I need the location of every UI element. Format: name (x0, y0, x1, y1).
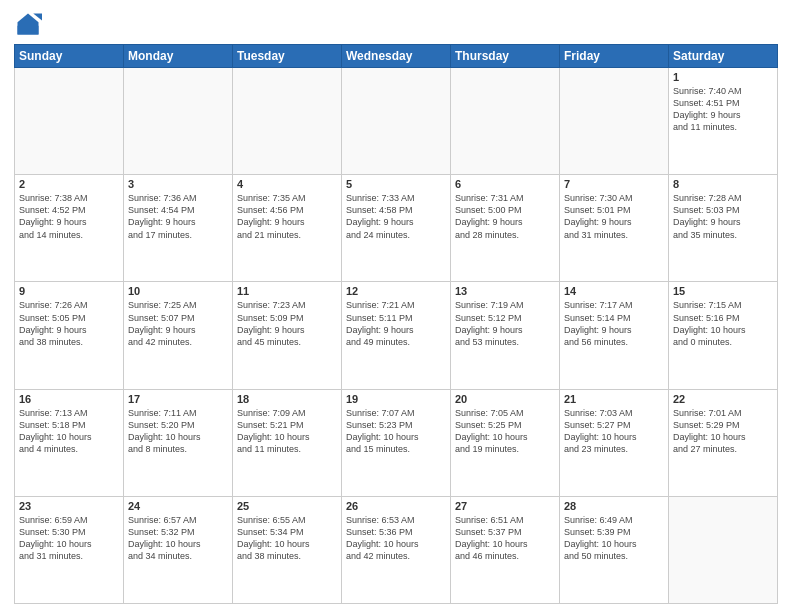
day-info: Sunrise: 7:03 AM Sunset: 5:27 PM Dayligh… (564, 407, 664, 456)
logo (14, 10, 46, 38)
day-number: 7 (564, 178, 664, 190)
day-cell: 14Sunrise: 7:17 AM Sunset: 5:14 PM Dayli… (560, 282, 669, 389)
week-row-1: 2Sunrise: 7:38 AM Sunset: 4:52 PM Daylig… (15, 175, 778, 282)
day-number: 19 (346, 393, 446, 405)
day-cell: 2Sunrise: 7:38 AM Sunset: 4:52 PM Daylig… (15, 175, 124, 282)
day-number: 24 (128, 500, 228, 512)
day-cell: 8Sunrise: 7:28 AM Sunset: 5:03 PM Daylig… (669, 175, 778, 282)
day-header-friday: Friday (560, 45, 669, 68)
header-row: SundayMondayTuesdayWednesdayThursdayFrid… (15, 45, 778, 68)
day-cell: 18Sunrise: 7:09 AM Sunset: 5:21 PM Dayli… (233, 389, 342, 496)
day-number: 27 (455, 500, 555, 512)
day-cell (233, 68, 342, 175)
day-number: 15 (673, 285, 773, 297)
day-info: Sunrise: 7:21 AM Sunset: 5:11 PM Dayligh… (346, 299, 446, 348)
day-cell: 6Sunrise: 7:31 AM Sunset: 5:00 PM Daylig… (451, 175, 560, 282)
day-cell: 23Sunrise: 6:59 AM Sunset: 5:30 PM Dayli… (15, 496, 124, 603)
day-number: 17 (128, 393, 228, 405)
day-info: Sunrise: 7:07 AM Sunset: 5:23 PM Dayligh… (346, 407, 446, 456)
header (14, 10, 778, 38)
day-info: Sunrise: 7:28 AM Sunset: 5:03 PM Dayligh… (673, 192, 773, 241)
day-header-saturday: Saturday (669, 45, 778, 68)
day-cell: 16Sunrise: 7:13 AM Sunset: 5:18 PM Dayli… (15, 389, 124, 496)
day-number: 8 (673, 178, 773, 190)
day-info: Sunrise: 6:53 AM Sunset: 5:36 PM Dayligh… (346, 514, 446, 563)
day-header-tuesday: Tuesday (233, 45, 342, 68)
day-cell: 3Sunrise: 7:36 AM Sunset: 4:54 PM Daylig… (124, 175, 233, 282)
day-info: Sunrise: 7:40 AM Sunset: 4:51 PM Dayligh… (673, 85, 773, 134)
day-info: Sunrise: 6:49 AM Sunset: 5:39 PM Dayligh… (564, 514, 664, 563)
week-row-3: 16Sunrise: 7:13 AM Sunset: 5:18 PM Dayli… (15, 389, 778, 496)
day-cell: 17Sunrise: 7:11 AM Sunset: 5:20 PM Dayli… (124, 389, 233, 496)
day-number: 18 (237, 393, 337, 405)
day-number: 23 (19, 500, 119, 512)
day-cell: 1Sunrise: 7:40 AM Sunset: 4:51 PM Daylig… (669, 68, 778, 175)
day-number: 21 (564, 393, 664, 405)
week-row-0: 1Sunrise: 7:40 AM Sunset: 4:51 PM Daylig… (15, 68, 778, 175)
day-number: 16 (19, 393, 119, 405)
day-info: Sunrise: 7:13 AM Sunset: 5:18 PM Dayligh… (19, 407, 119, 456)
day-cell: 11Sunrise: 7:23 AM Sunset: 5:09 PM Dayli… (233, 282, 342, 389)
svg-rect-2 (18, 26, 39, 35)
day-info: Sunrise: 7:36 AM Sunset: 4:54 PM Dayligh… (128, 192, 228, 241)
day-header-monday: Monday (124, 45, 233, 68)
day-number: 9 (19, 285, 119, 297)
day-cell: 12Sunrise: 7:21 AM Sunset: 5:11 PM Dayli… (342, 282, 451, 389)
day-number: 26 (346, 500, 446, 512)
day-cell: 7Sunrise: 7:30 AM Sunset: 5:01 PM Daylig… (560, 175, 669, 282)
day-number: 10 (128, 285, 228, 297)
day-header-sunday: Sunday (15, 45, 124, 68)
day-info: Sunrise: 7:23 AM Sunset: 5:09 PM Dayligh… (237, 299, 337, 348)
day-cell (342, 68, 451, 175)
day-cell: 4Sunrise: 7:35 AM Sunset: 4:56 PM Daylig… (233, 175, 342, 282)
day-info: Sunrise: 7:26 AM Sunset: 5:05 PM Dayligh… (19, 299, 119, 348)
day-number: 13 (455, 285, 555, 297)
day-number: 5 (346, 178, 446, 190)
day-info: Sunrise: 7:33 AM Sunset: 4:58 PM Dayligh… (346, 192, 446, 241)
day-cell (451, 68, 560, 175)
logo-icon (14, 10, 42, 38)
day-cell: 13Sunrise: 7:19 AM Sunset: 5:12 PM Dayli… (451, 282, 560, 389)
day-cell (15, 68, 124, 175)
day-number: 6 (455, 178, 555, 190)
day-info: Sunrise: 6:55 AM Sunset: 5:34 PM Dayligh… (237, 514, 337, 563)
day-number: 3 (128, 178, 228, 190)
day-info: Sunrise: 6:51 AM Sunset: 5:37 PM Dayligh… (455, 514, 555, 563)
day-info: Sunrise: 7:38 AM Sunset: 4:52 PM Dayligh… (19, 192, 119, 241)
calendar-table: SundayMondayTuesdayWednesdayThursdayFrid… (14, 44, 778, 604)
day-cell (669, 496, 778, 603)
day-number: 11 (237, 285, 337, 297)
day-number: 20 (455, 393, 555, 405)
day-number: 1 (673, 71, 773, 83)
week-row-4: 23Sunrise: 6:59 AM Sunset: 5:30 PM Dayli… (15, 496, 778, 603)
day-number: 14 (564, 285, 664, 297)
day-info: Sunrise: 7:09 AM Sunset: 5:21 PM Dayligh… (237, 407, 337, 456)
day-cell: 15Sunrise: 7:15 AM Sunset: 5:16 PM Dayli… (669, 282, 778, 389)
day-header-wednesday: Wednesday (342, 45, 451, 68)
day-cell: 5Sunrise: 7:33 AM Sunset: 4:58 PM Daylig… (342, 175, 451, 282)
day-info: Sunrise: 7:31 AM Sunset: 5:00 PM Dayligh… (455, 192, 555, 241)
day-cell: 22Sunrise: 7:01 AM Sunset: 5:29 PM Dayli… (669, 389, 778, 496)
day-info: Sunrise: 7:19 AM Sunset: 5:12 PM Dayligh… (455, 299, 555, 348)
page: SundayMondayTuesdayWednesdayThursdayFrid… (0, 0, 792, 612)
day-info: Sunrise: 7:30 AM Sunset: 5:01 PM Dayligh… (564, 192, 664, 241)
day-info: Sunrise: 7:01 AM Sunset: 5:29 PM Dayligh… (673, 407, 773, 456)
day-info: Sunrise: 7:17 AM Sunset: 5:14 PM Dayligh… (564, 299, 664, 348)
day-number: 22 (673, 393, 773, 405)
day-cell: 20Sunrise: 7:05 AM Sunset: 5:25 PM Dayli… (451, 389, 560, 496)
day-info: Sunrise: 7:25 AM Sunset: 5:07 PM Dayligh… (128, 299, 228, 348)
day-number: 25 (237, 500, 337, 512)
day-info: Sunrise: 7:35 AM Sunset: 4:56 PM Dayligh… (237, 192, 337, 241)
day-cell: 19Sunrise: 7:07 AM Sunset: 5:23 PM Dayli… (342, 389, 451, 496)
day-number: 4 (237, 178, 337, 190)
day-header-thursday: Thursday (451, 45, 560, 68)
day-cell: 27Sunrise: 6:51 AM Sunset: 5:37 PM Dayli… (451, 496, 560, 603)
day-info: Sunrise: 6:57 AM Sunset: 5:32 PM Dayligh… (128, 514, 228, 563)
day-number: 2 (19, 178, 119, 190)
day-cell: 25Sunrise: 6:55 AM Sunset: 5:34 PM Dayli… (233, 496, 342, 603)
day-number: 12 (346, 285, 446, 297)
day-cell: 24Sunrise: 6:57 AM Sunset: 5:32 PM Dayli… (124, 496, 233, 603)
day-info: Sunrise: 6:59 AM Sunset: 5:30 PM Dayligh… (19, 514, 119, 563)
day-cell (560, 68, 669, 175)
day-cell: 9Sunrise: 7:26 AM Sunset: 5:05 PM Daylig… (15, 282, 124, 389)
